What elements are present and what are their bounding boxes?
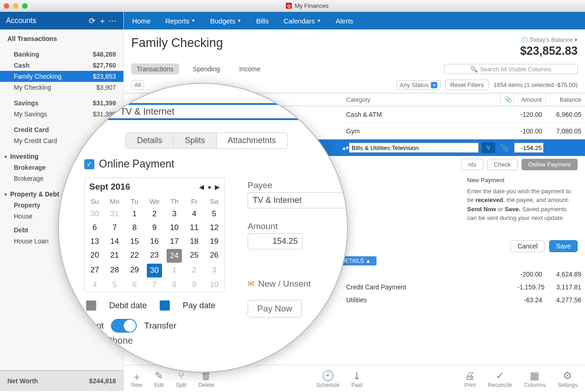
calendar-day[interactable]: 3 (204, 263, 224, 278)
split-icon[interactable]: ⑂ (481, 142, 495, 153)
calendar-day[interactable]: 12 (204, 221, 224, 235)
calendar-day[interactable]: 10 (164, 221, 184, 235)
nav-calendars[interactable]: Calendars ▼ (284, 17, 321, 25)
calendar-day[interactable]: 9 (145, 221, 164, 235)
sidebar-item[interactable]: Family Checking$23,853 (0, 71, 123, 82)
close-icon[interactable] (4, 3, 9, 9)
settings-button[interactable]: ⚙Settings (558, 370, 578, 388)
subtab[interactable]: Online Payment (521, 159, 578, 170)
col-attachment[interactable]: 📎 (501, 93, 514, 106)
print-button[interactable]: 🖨Print (464, 370, 476, 388)
calendar-day[interactable]: 31 (104, 207, 124, 221)
attachment-icon[interactable]: 📎 (497, 142, 511, 153)
subtab[interactable]: Check (487, 159, 518, 170)
minimize-icon[interactable] (13, 3, 18, 9)
calendar-day[interactable]: 29 (125, 263, 145, 278)
calendar-day[interactable]: 11 (184, 221, 204, 235)
save-button[interactable]: Save (549, 240, 578, 252)
category-input[interactable] (349, 143, 479, 153)
calendar-day[interactable]: 17 (164, 235, 184, 248)
amount-input[interactable] (514, 143, 544, 153)
tab-spending[interactable]: Spending (187, 63, 226, 75)
calendar-day[interactable]: 30 (147, 264, 162, 277)
split-button[interactable]: ⑂Split (176, 370, 186, 388)
table-row[interactable]: Credit Card Payment-1,159.753,117.81 (342, 281, 585, 294)
calendar-day[interactable]: 13 (85, 235, 104, 248)
reset-filters-button[interactable]: Reset Filters (445, 80, 489, 90)
pay-now-button[interactable]: Pay Now (248, 300, 302, 317)
calendar-day[interactable]: 7 (104, 221, 124, 235)
calendar-day[interactable]: 7 (145, 278, 164, 292)
calendar-day[interactable]: 25 (184, 248, 204, 263)
cancel-button[interactable]: Cancel (510, 240, 544, 252)
search-input[interactable]: 🔍Search All Visible Columns (444, 64, 578, 74)
sidebar-group[interactable]: Banking$48,269 (0, 49, 123, 60)
table-row[interactable]: Utilities-63.244,277.56 (342, 294, 585, 306)
calendar-day[interactable]: 4 (184, 207, 204, 221)
col-amount[interactable]: Amount (514, 93, 546, 106)
calendar-day[interactable]: 19 (204, 235, 224, 248)
calendar-day[interactable]: 8 (164, 278, 184, 292)
calendar-day[interactable]: 2 (145, 207, 164, 221)
payment-amount-input[interactable] (248, 233, 303, 249)
payee-input[interactable] (248, 192, 348, 208)
new-button[interactable]: ＋New (131, 370, 142, 388)
calendar-day[interactable]: 20 (85, 248, 104, 263)
table-row[interactable]: -200.004,624.89 (342, 268, 585, 281)
nav-home[interactable]: Home (132, 17, 151, 25)
calendar-day[interactable]: 9 (184, 278, 204, 292)
calendar-day[interactable]: 15 (125, 235, 145, 248)
edit-button[interactable]: ✎Edit (154, 370, 164, 388)
calendar-day[interactable]: 5 (204, 207, 224, 221)
calendar[interactable]: Sept 2016 ◀ ● ▶ SuMoTuWeThFrSa3031123456… (84, 178, 225, 292)
calendar-day[interactable]: 4 (85, 278, 104, 292)
calendar-day[interactable]: 26 (204, 248, 224, 263)
refresh-icon[interactable]: ⟳ (87, 16, 97, 26)
transfer-toggle[interactable] (111, 319, 137, 333)
calendar-day[interactable]: 22 (125, 248, 145, 263)
calendar-day[interactable]: 21 (104, 248, 124, 263)
status-filter[interactable]: Any Status▾ (396, 80, 440, 90)
calendar-day[interactable]: 27 (85, 263, 104, 278)
mag-tab[interactable]: Splits (174, 133, 216, 148)
calendar-day[interactable]: 14 (104, 235, 124, 248)
calendar-day[interactable]: 3 (164, 207, 184, 221)
reconcile-button[interactable]: ✓Reconcile (488, 370, 512, 388)
subtab[interactable]: nts (461, 159, 483, 170)
online-payment-checkbox[interactable]: ✓ (84, 159, 94, 169)
nav-bills[interactable]: Bills (256, 17, 269, 25)
calendar-day[interactable]: 8 (125, 221, 145, 235)
add-icon[interactable]: ＋ (97, 16, 107, 26)
paid-button[interactable]: ⤓Paid (351, 370, 362, 388)
nav-budgets[interactable]: Budgets ▼ (210, 17, 241, 25)
calendar-day[interactable]: 30 (85, 207, 104, 221)
maximize-icon[interactable] (22, 3, 28, 9)
sidebar-item[interactable]: Cash$27,760 (0, 60, 123, 71)
calendar-day[interactable]: 1 (125, 207, 145, 221)
calendar-day[interactable]: 16 (145, 235, 164, 248)
sidebar-item[interactable]: My Checking$3,907 (0, 82, 123, 93)
schedule-button[interactable]: 🕘Schedule (316, 370, 339, 388)
cal-next-icon[interactable]: ▶ (215, 184, 220, 190)
table-row[interactable]: Gym-100.007,080.05 (342, 123, 585, 139)
more-icon[interactable]: ⋯ (107, 16, 117, 26)
calendar-day[interactable]: 28 (104, 263, 124, 278)
col-balance[interactable]: Balance (546, 93, 585, 106)
sidebar-all-transactions[interactable]: All Transactions (0, 33, 123, 44)
calendar-day[interactable]: 6 (85, 221, 104, 235)
calendar-day[interactable]: 10 (204, 278, 224, 292)
cal-prev-icon[interactable]: ◀ (199, 184, 204, 190)
calendar-day[interactable]: 1 (164, 263, 184, 278)
calendar-day[interactable]: 18 (184, 235, 204, 248)
balance-label[interactable]: Today's Balance ▾ (529, 36, 578, 43)
table-row[interactable]: Cash & ATM-120.006,960.05 (342, 106, 585, 123)
mag-tab[interactable]: Details (126, 133, 174, 148)
calendar-day[interactable]: 2 (184, 263, 204, 278)
col-category[interactable]: Category (342, 93, 501, 106)
columns-button[interactable]: ▦Columns (524, 370, 545, 388)
cal-today-icon[interactable]: ● (208, 184, 211, 190)
calendar-day[interactable]: 23 (145, 248, 164, 263)
delete-button[interactable]: 🗑Delete (198, 370, 214, 388)
tab-income[interactable]: Income (234, 63, 266, 75)
sidebar-item[interactable]: My Savings$31,399 (0, 109, 123, 120)
